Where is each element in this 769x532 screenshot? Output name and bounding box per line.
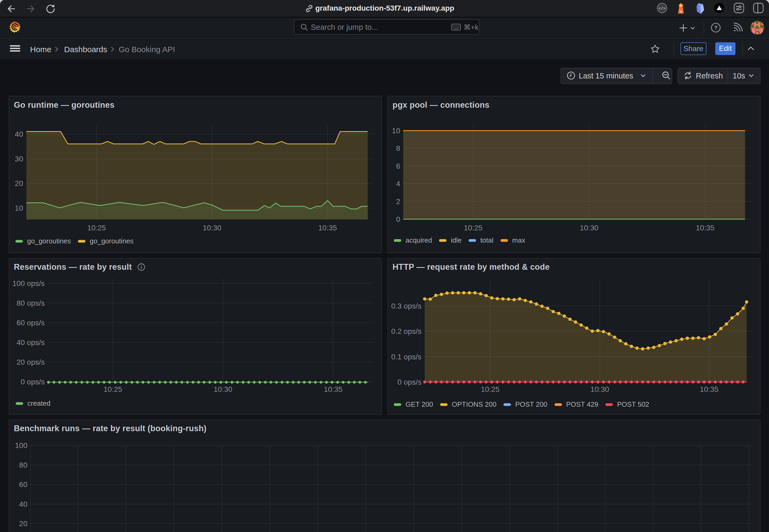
svg-text:10:35: 10:35: [324, 385, 342, 393]
svg-text:40: 40: [19, 500, 27, 508]
svg-text:10:35: 10:35: [700, 385, 718, 393]
svg-text:0: 0: [396, 215, 400, 223]
svg-text:0 ops/s: 0 ops/s: [398, 378, 422, 386]
svg-text:60 ops/s: 60 ops/s: [16, 319, 45, 327]
svg-text:10: 10: [15, 204, 23, 212]
svg-text:10:25: 10:25: [87, 224, 106, 232]
svg-text:10:30: 10:30: [591, 385, 609, 393]
svg-text:10:35: 10:35: [318, 224, 337, 232]
svg-text:10:25: 10:25: [103, 385, 122, 393]
svg-text:0.3 ops/s: 0.3 ops/s: [391, 302, 422, 310]
svg-text:100 ops/s: 100 ops/s: [13, 279, 45, 288]
svg-text:80: 80: [19, 461, 27, 469]
svg-text:0.2 ops/s: 0.2 ops/s: [391, 327, 422, 335]
svg-text:4: 4: [396, 180, 400, 188]
svg-text:2: 2: [396, 197, 400, 206]
svg-text:10: 10: [392, 127, 400, 135]
svg-text:10:25: 10:25: [464, 224, 483, 232]
svg-text:20: 20: [19, 519, 27, 528]
svg-text:10:25: 10:25: [481, 385, 500, 393]
svg-text:6: 6: [396, 162, 400, 170]
svg-text:20 ops/s: 20 ops/s: [16, 358, 45, 366]
svg-text:10:30: 10:30: [580, 224, 599, 232]
svg-text:10:30: 10:30: [214, 385, 232, 393]
svg-text:60: 60: [19, 480, 27, 489]
svg-text:40 ops/s: 40 ops/s: [16, 338, 45, 347]
svg-text:80 ops/s: 80 ops/s: [16, 299, 45, 307]
svg-text:100: 100: [15, 441, 27, 450]
svg-text:0.1 ops/s: 0.1 ops/s: [391, 353, 422, 361]
svg-text:20: 20: [15, 179, 23, 188]
svg-text:0 ops/s: 0 ops/s: [21, 378, 45, 386]
svg-text:8: 8: [396, 144, 400, 152]
svg-text:40: 40: [15, 130, 23, 138]
svg-text:10:35: 10:35: [696, 224, 714, 232]
svg-text:30: 30: [15, 155, 23, 163]
svg-text:10:30: 10:30: [203, 224, 221, 232]
